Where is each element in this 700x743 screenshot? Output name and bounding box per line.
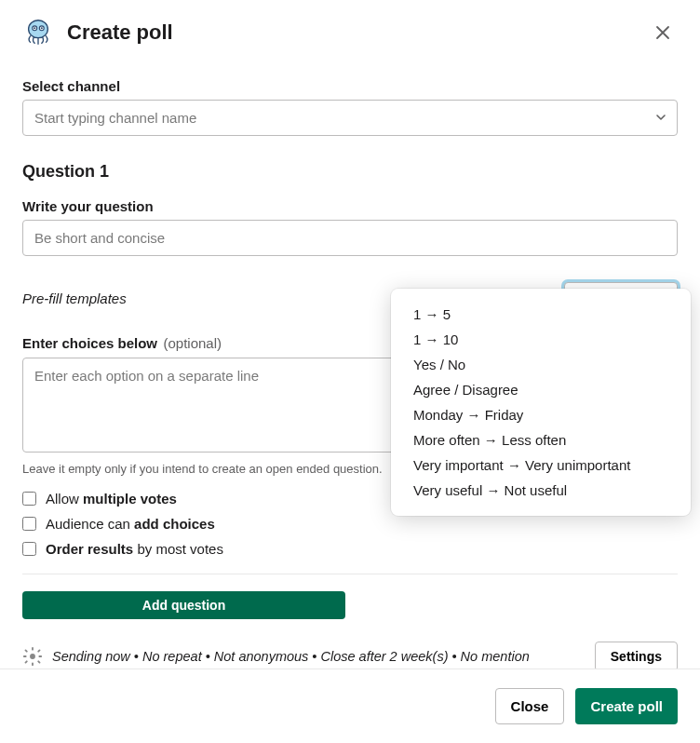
audience-add-row[interactable]: Audience can add choices xyxy=(22,516,678,532)
audience-add-label: Audience can add choices xyxy=(46,516,215,532)
question-heading: Question 1 xyxy=(22,162,678,182)
allow-multiple-label: Allow multiple votes xyxy=(46,491,177,507)
order-results-label: Order results by most votes xyxy=(46,541,223,557)
svg-rect-6 xyxy=(32,647,34,651)
dropdown-item[interactable]: 1 → 5 xyxy=(391,302,691,327)
svg-point-3 xyxy=(34,27,35,29)
close-icon[interactable] xyxy=(648,18,678,47)
gear-icon xyxy=(22,646,43,667)
octopus-icon xyxy=(22,17,54,48)
choices-optional: (optional) xyxy=(164,335,222,351)
create-poll-button[interactable]: Create poll xyxy=(575,688,678,724)
choices-label: Enter choices below xyxy=(22,335,157,351)
prefill-dropdown: 1 → 5 1 → 10 Yes / No Agree / Disagree M… xyxy=(391,289,691,516)
question-input[interactable] xyxy=(22,220,678,256)
svg-rect-7 xyxy=(32,662,34,666)
order-results-row[interactable]: Order results by most votes xyxy=(22,541,678,557)
channel-select-wrap: Start typing channel name xyxy=(22,100,678,136)
audience-add-checkbox[interactable] xyxy=(22,517,36,531)
svg-rect-13 xyxy=(24,660,28,664)
divider xyxy=(22,574,678,574)
dropdown-item[interactable]: 1 → 10 xyxy=(391,327,691,352)
svg-point-5 xyxy=(30,654,35,659)
svg-rect-8 xyxy=(23,655,27,657)
svg-rect-9 xyxy=(38,655,42,657)
modal-footer: Close Create poll xyxy=(0,669,700,743)
dropdown-item[interactable]: Very important → Very unimportant xyxy=(391,453,691,478)
channel-label: Select channel xyxy=(22,78,678,94)
dropdown-item[interactable]: Monday → Friday xyxy=(391,402,691,427)
question-label: Write your question xyxy=(22,198,678,214)
close-button[interactable]: Close xyxy=(495,688,565,724)
svg-point-4 xyxy=(41,27,43,29)
status-row: Sending now • No repeat • Not anonymous … xyxy=(22,642,678,671)
svg-rect-11 xyxy=(37,660,41,664)
dropdown-item[interactable]: Yes / No xyxy=(391,352,691,377)
settings-button[interactable]: Settings xyxy=(595,642,678,671)
channel-select[interactable]: Start typing channel name xyxy=(22,100,678,136)
modal-title: Create poll xyxy=(67,20,648,45)
svg-point-0 xyxy=(29,20,48,38)
status-text: Sending now • No repeat • Not anonymous … xyxy=(52,649,586,664)
allow-multiple-checkbox[interactable] xyxy=(22,492,36,506)
add-question-button[interactable]: Add question xyxy=(22,591,345,619)
svg-rect-12 xyxy=(37,649,41,653)
order-results-checkbox[interactable] xyxy=(22,542,36,556)
dropdown-item[interactable]: Very useful → Not useful xyxy=(391,478,691,503)
prefill-label: Pre-fill templates xyxy=(22,290,127,306)
modal-header: Create poll xyxy=(0,0,700,54)
dropdown-item[interactable]: Agree / Disagree xyxy=(391,377,691,402)
svg-rect-10 xyxy=(24,649,28,653)
dropdown-item[interactable]: More often → Less often xyxy=(391,427,691,453)
